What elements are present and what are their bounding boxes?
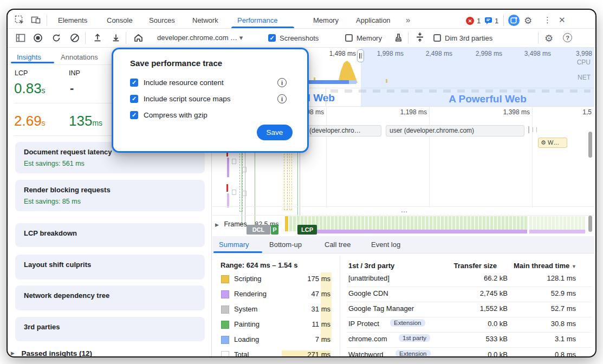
col-header-size[interactable]: Transfer size bbox=[443, 262, 497, 270]
collapse-icon[interactable] bbox=[415, 32, 425, 43]
legend-label: Total bbox=[234, 350, 249, 356]
download-trace-icon[interactable] bbox=[111, 32, 121, 42]
tab-event-log[interactable]: Event log bbox=[371, 240, 400, 249]
frames-strip-faded[interactable] bbox=[529, 216, 585, 231]
more-tabs-icon[interactable]: » bbox=[406, 15, 410, 24]
upload-trace-icon[interactable] bbox=[93, 32, 102, 42]
page-select-value: developer.chrome.com … bbox=[157, 34, 237, 42]
screenshots-checkbox[interactable]: ✓ bbox=[268, 34, 276, 42]
include-resource-content-option[interactable]: ✓ Include resource content bbox=[130, 79, 224, 87]
legend-swatch-loading bbox=[221, 336, 229, 344]
track-pub-label[interactable]: b (developer.chro… bbox=[300, 125, 381, 136]
legend-swatch-system bbox=[221, 306, 229, 314]
vertical-scrollbar-thumb[interactable] bbox=[588, 132, 592, 158]
issues-icon[interactable] bbox=[484, 17, 492, 25]
frames-label: Frames bbox=[224, 220, 247, 228]
insight-card-3rd-parties[interactable]: 3rd parties bbox=[15, 317, 205, 341]
perf-settings-gear-icon[interactable]: ⚙ bbox=[544, 32, 553, 44]
dock-side-icon[interactable] bbox=[16, 33, 25, 43]
kebab-menu-icon[interactable]: ⋮ bbox=[543, 15, 552, 25]
passed-insights-expander[interactable]: ▶ Passed insights (12) bbox=[11, 348, 92, 356]
dcl-marker-badge[interactable]: DCL bbox=[247, 225, 270, 235]
insight-title: Render blocking requests bbox=[24, 186, 111, 194]
tab-summary[interactable]: Summary bbox=[219, 240, 249, 249]
issues-count[interactable]: 1 bbox=[495, 17, 498, 25]
transfer-size: 0.0 kB bbox=[459, 320, 508, 328]
error-icon[interactable]: ✕ bbox=[466, 17, 474, 25]
table-row[interactable]: IP Protect Extension 0.0 kB 30.8 ms bbox=[347, 318, 593, 330]
divider bbox=[212, 215, 594, 216]
devtools-window: Elements Console Sources Network Perform… bbox=[8, 10, 595, 356]
insight-card-lcp-breakdown[interactable]: LCP breakdown bbox=[15, 223, 205, 247]
compress-gzip-option[interactable]: ✓ Compress with gzip bbox=[130, 111, 208, 119]
table-row[interactable]: Google CDN 2,745 kB 52.9 ms bbox=[347, 288, 593, 300]
divider bbox=[47, 15, 47, 26]
lcp-marker-badge[interactable]: LCP bbox=[297, 225, 317, 235]
memory-label[interactable]: Memory bbox=[356, 34, 382, 42]
tab-application[interactable]: Application bbox=[356, 16, 391, 24]
tab-annotations[interactable]: Annotations bbox=[61, 53, 98, 61]
screenshots-label[interactable]: Screenshots bbox=[280, 34, 319, 42]
tab-network[interactable]: Network bbox=[192, 16, 218, 24]
resize-ellipsis[interactable]: … bbox=[397, 206, 413, 214]
tab-insights[interactable]: Insights bbox=[17, 53, 41, 61]
table-row[interactable]: Google Tag Manager 1,552 kB 52.7 ms bbox=[347, 303, 593, 315]
col-header-time[interactable]: Main thread time ▼ bbox=[514, 262, 576, 270]
reload-icon[interactable] bbox=[51, 33, 61, 43]
record-icon[interactable] bbox=[33, 33, 43, 43]
memory-checkbox[interactable] bbox=[345, 34, 353, 42]
home-icon[interactable] bbox=[133, 32, 144, 43]
checkbox-checked-icon[interactable]: ✓ bbox=[130, 111, 138, 119]
dim-3rd-parties-label[interactable]: Dim 3rd parties bbox=[445, 34, 492, 42]
tab-sources[interactable]: Sources bbox=[149, 16, 175, 24]
tab-memory[interactable]: Memory bbox=[313, 16, 339, 24]
close-icon[interactable]: ✕ bbox=[559, 15, 566, 25]
insight-title: Network dependency tree bbox=[24, 291, 109, 300]
inspect-icon[interactable] bbox=[15, 15, 25, 25]
tab-performance[interactable]: Performance bbox=[237, 16, 277, 24]
insight-card-network-tree[interactable]: Network dependency tree bbox=[15, 285, 205, 310]
save-button[interactable]: Save bbox=[257, 125, 293, 140]
table-row[interactable]: Watchword Extension 0.0 kB 0.8 ms bbox=[347, 349, 593, 356]
track-user-label[interactable]: user (developer.chrome.com) bbox=[386, 125, 524, 136]
expand-arrow-icon: ▶ bbox=[215, 222, 219, 227]
passed-insights-label: Passed insights (12) bbox=[21, 349, 92, 356]
settings-gear-icon[interactable]: ⚙ bbox=[524, 15, 532, 27]
selection-drag-handle[interactable] bbox=[357, 49, 364, 62]
info-icon[interactable]: i bbox=[277, 94, 287, 103]
col-header-party[interactable]: 1st / 3rd party bbox=[348, 262, 394, 270]
frames-strip[interactable] bbox=[289, 216, 528, 231]
insight-savings: Est savings: 561 ms bbox=[24, 160, 85, 167]
transfer-size: 533 kB bbox=[459, 335, 508, 343]
row-divider bbox=[347, 302, 592, 302]
option-label: Include script source maps bbox=[144, 95, 231, 103]
expand-arrow-icon: ▶ bbox=[11, 350, 15, 356]
table-row[interactable]: [unattributed] 66.2 kB 128.1 ms bbox=[347, 273, 593, 285]
checkbox-checked-icon[interactable]: ✓ bbox=[130, 95, 138, 103]
tab-elements[interactable]: Elements bbox=[58, 16, 87, 24]
dim-3rd-parties-checkbox[interactable] bbox=[433, 34, 441, 42]
option-label: Include resource content bbox=[144, 79, 224, 87]
insight-card-layout-shift[interactable]: Layout shift culprits bbox=[15, 255, 205, 280]
page-select[interactable]: developer.chrome.com … ▾ bbox=[157, 34, 243, 42]
vertical-scrollbar-thumb[interactable] bbox=[588, 216, 592, 232]
table-row[interactable]: chrome.com 1st party 533 kB 3.1 ms bbox=[347, 334, 593, 346]
insight-title: Layout shift culprits bbox=[24, 261, 91, 269]
ai-assistance-icon[interactable] bbox=[508, 15, 520, 26]
insight-card-render-blocking[interactable]: Render blocking requests Est savings: 85… bbox=[15, 180, 205, 211]
checkbox-checked-icon[interactable]: ✓ bbox=[130, 79, 138, 87]
tab-bottom-up[interactable]: Bottom-up bbox=[269, 240, 302, 249]
clear-icon[interactable] bbox=[70, 33, 80, 43]
worker-badge[interactable]: ⚙ W… bbox=[538, 138, 567, 148]
network-conditions-icon[interactable] bbox=[393, 32, 404, 43]
help-icon[interactable]: ? bbox=[563, 33, 572, 42]
legend-value: 31 ms bbox=[282, 305, 330, 313]
paint-marker-badge[interactable]: P bbox=[271, 225, 278, 235]
tab-call-tree[interactable]: Call tree bbox=[325, 240, 351, 249]
include-source-maps-option[interactable]: ✓ Include script source maps bbox=[130, 95, 231, 103]
error-count[interactable]: 1 bbox=[477, 17, 481, 25]
info-icon[interactable]: i bbox=[277, 78, 287, 87]
legend-swatch-total bbox=[221, 351, 229, 356]
tab-console[interactable]: Console bbox=[107, 16, 133, 24]
device-toolbar-icon[interactable] bbox=[31, 15, 41, 25]
